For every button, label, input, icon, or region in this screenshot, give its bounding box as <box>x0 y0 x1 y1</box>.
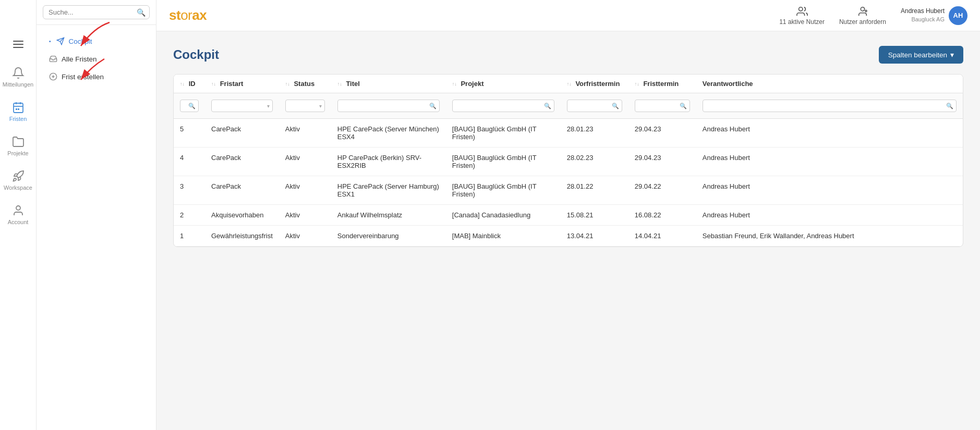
search-icon-id: 🔍 <box>188 103 196 109</box>
cell-id: 1 <box>174 226 205 247</box>
cell-verantwortliche: Andreas Hubert <box>696 205 963 226</box>
logo: storax <box>169 7 207 23</box>
sort-arrows-id: ↑↓ <box>180 82 185 87</box>
table-row[interactable]: 3CarePackAktivHPE CarePack (Server Hambu… <box>174 176 963 205</box>
user-name: Andreas Hubert <box>901 7 945 16</box>
table-row[interactable]: 2AkquisevorhabenAktivAnkauf Wilhelmsplat… <box>174 205 963 226</box>
filter-cell-fristart: ▾ <box>205 93 279 119</box>
table-row[interactable]: 1GewährleistungsfristAktivSondervereinba… <box>174 226 963 247</box>
inbox-icon <box>49 55 57 63</box>
table-row[interactable]: 5CarePackAktivHPE CarePack (Server Münch… <box>174 119 963 148</box>
cell-vorfristtermin: 13.04.21 <box>561 226 628 247</box>
svg-point-6 <box>16 206 20 210</box>
search-bar: 🔍 <box>37 0 156 25</box>
cell-fristart: CarePack <box>205 176 279 205</box>
nav-label-cockpit: Cockpit <box>69 38 92 45</box>
col-header-titel[interactable]: ↑↓ Titel <box>331 75 446 93</box>
cell-verantwortliche: Sebastian Freund, Erik Wallander, Andrea… <box>696 226 963 247</box>
svg-point-15 <box>861 7 864 10</box>
edit-columns-button[interactable]: Spalten bearbeiten ▾ <box>879 46 963 64</box>
col-header-status[interactable]: ↑↓ Status <box>279 75 331 93</box>
filter-input-titel[interactable] <box>337 100 440 112</box>
secondary-sidebar: 🔍 • Cockpit Alle Fristen Frist erstellen <box>37 0 156 430</box>
cell-status: Aktiv <box>279 226 331 247</box>
user-avatar[interactable]: AH <box>949 6 967 25</box>
main-content: storax 11 aktive Nutzer Nutzer a <box>156 0 980 430</box>
svg-rect-4 <box>16 108 17 110</box>
cell-titel: HP CarePack (Berkin) SRV-ESX2RIB <box>331 148 446 176</box>
cell-titel: Sondervereinbarung <box>331 226 446 247</box>
sort-arrows-fristart: ↑↓ <box>211 82 216 87</box>
cell-fristtermin: 29.04.22 <box>628 176 696 205</box>
table-row[interactable]: 4CarePackAktivHP CarePack (Berkin) SRV-E… <box>174 148 963 176</box>
sidebar-label-fristen: Fristen <box>9 116 27 122</box>
cell-projekt: [BAUG] Bauglück GmbH (IT Fristen) <box>446 119 561 148</box>
page-area: Cockpit Spalten bearbeiten ▾ ↑↓ ID ↑↓ <box>156 31 980 430</box>
col-header-fristart[interactable]: ↑↓ Fristart <box>205 75 279 93</box>
cell-vorfristtermin: 28.01.22 <box>561 176 628 205</box>
nav-label-alle-fristen: Alle Fristen <box>62 55 97 63</box>
nav-item-frist-erstellen[interactable]: Frist erstellen <box>41 69 152 84</box>
cell-titel: Ankauf Wilhelmsplatz <box>331 205 446 226</box>
users-icon <box>796 6 808 17</box>
cell-verantwortliche: Andreas Hubert <box>696 119 963 148</box>
cell-fristtermin: 16.08.22 <box>628 205 696 226</box>
data-table: ↑↓ ID ↑↓ Fristart ↑↓ Status ↑↓ <box>174 75 963 247</box>
cell-id: 4 <box>174 148 205 176</box>
active-users-button[interactable]: 11 aktive Nutzer <box>779 6 825 26</box>
filter-cell-fristtermin: 🔍 <box>628 93 696 119</box>
search-icon-projekt: 🔍 <box>544 103 551 109</box>
cell-fristtermin: 29.04.23 <box>628 119 696 148</box>
nav-item-cockpit[interactable]: • Cockpit <box>41 33 152 49</box>
sidebar-label-projekte: Projekte <box>7 150 28 156</box>
person-icon <box>12 204 25 217</box>
cell-projekt: [BAUG] Bauglück GmbH (IT Fristen) <box>446 176 561 205</box>
sidebar-item-mitteilungen[interactable]: Mitteilungen <box>3 63 34 92</box>
sidebar-item-fristen[interactable]: Fristen <box>3 97 34 126</box>
sort-arrows-fristtermin: ↑↓ <box>635 82 639 87</box>
header-right: 11 aktive Nutzer Nutzer anfordern Andrea… <box>779 6 967 26</box>
filter-input-verantwortliche[interactable] <box>703 100 957 112</box>
sidebar-label-mitteilungen: Mitteilungen <box>3 81 33 88</box>
filter-select-status[interactable] <box>285 100 325 112</box>
edit-columns-label: Spalten bearbeiten <box>888 51 947 59</box>
user-info: Andreas Hubert Baugluck AG <box>901 7 945 23</box>
col-header-id[interactable]: ↑↓ ID <box>174 75 205 93</box>
filter-cell-projekt: 🔍 <box>446 93 561 119</box>
cell-projekt: [Canada] Canadasiedlung <box>446 205 561 226</box>
icon-sidebar: Mitteilungen Fristen Projekte Workspace <box>0 0 37 430</box>
request-user-label: Nutzer anfordern <box>839 18 886 26</box>
sidebar-item-workspace[interactable]: Workspace <box>3 166 34 195</box>
plus-circle-icon <box>49 72 57 81</box>
sort-arrows-projekt: ↑↓ <box>452 82 457 87</box>
active-bullet: • <box>49 39 51 44</box>
search-input[interactable] <box>43 5 150 19</box>
hamburger-menu[interactable] <box>9 36 28 52</box>
sidebar-item-projekte[interactable]: Projekte <box>3 131 34 161</box>
filter-input-projekt[interactable] <box>452 100 554 112</box>
col-header-vorfristtermin[interactable]: ↑↓ Vorfristtermin <box>561 75 628 93</box>
cell-verantwortliche: Andreas Hubert <box>696 176 963 205</box>
cell-titel: HPE CarePack (Server Hamburg) ESX1 <box>331 176 446 205</box>
col-header-verantwortliche[interactable]: Verantwortliche <box>696 75 963 93</box>
table-container: ↑↓ ID ↑↓ Fristart ↑↓ Status ↑↓ <box>173 74 963 247</box>
page-title: Cockpit <box>173 47 219 62</box>
request-user-button[interactable]: Nutzer anfordern <box>839 6 886 26</box>
sidebar-item-account[interactable]: Account <box>3 200 34 229</box>
cell-fristtermin: 14.04.21 <box>628 226 696 247</box>
cell-fristart: Gewährleistungsfrist <box>205 226 279 247</box>
col-header-projekt[interactable]: ↑↓ Projekt <box>446 75 561 93</box>
cell-status: Aktiv <box>279 176 331 205</box>
rocket-icon <box>12 170 25 182</box>
sidebar-label-account: Account <box>8 219 29 225</box>
search-icon-titel: 🔍 <box>429 103 437 109</box>
col-header-fristtermin[interactable]: ↑↓ Fristtermin <box>628 75 696 93</box>
top-header: storax 11 aktive Nutzer Nutzer a <box>156 0 980 31</box>
nav-item-alle-fristen[interactable]: Alle Fristen <box>41 51 152 67</box>
filter-cell-verantwortliche: 🔍 <box>696 93 963 119</box>
cell-id: 3 <box>174 176 205 205</box>
cell-vorfristtermin: 28.01.23 <box>561 119 628 148</box>
filter-cell-titel: 🔍 <box>331 93 446 119</box>
filter-select-fristart[interactable] <box>211 100 273 112</box>
sort-arrows-status: ↑↓ <box>285 82 290 87</box>
